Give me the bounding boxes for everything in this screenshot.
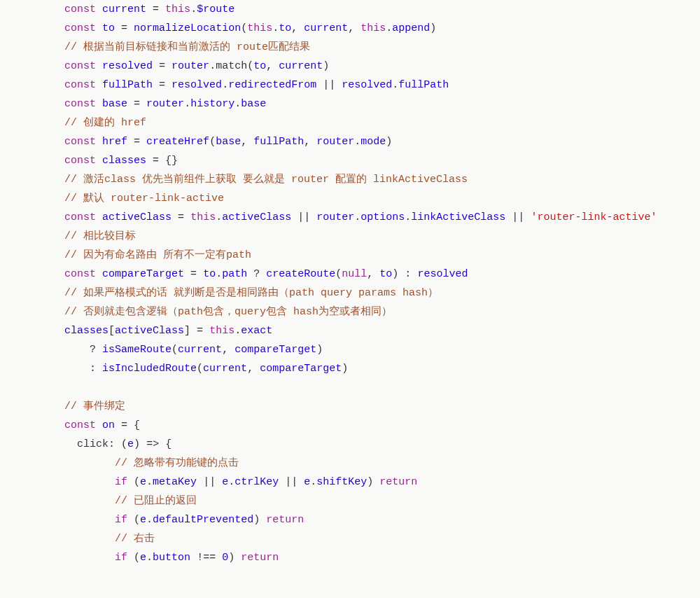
- code-line: const classes = {}: [14, 151, 686, 170]
- code-token: ||: [285, 476, 298, 488]
- code-token: ,: [367, 268, 373, 280]
- code-token: resolved: [342, 79, 392, 91]
- code-token: ,: [304, 136, 310, 148]
- code-token: [247, 136, 253, 148]
- code-line: const resolved = router.match(to, curren…: [14, 57, 686, 76]
- code-line: // 忽略带有功能键的点击: [14, 454, 686, 473]
- code-token: match: [216, 60, 247, 72]
- code-line: const href = createHref(base, fullPath, …: [14, 132, 686, 151]
- code-token: const: [64, 22, 96, 34]
- code-token: (: [121, 438, 127, 450]
- code-line: const base = router.history.base: [14, 95, 686, 113]
- code-token: =: [159, 79, 165, 91]
- code-token: (: [197, 363, 203, 375]
- code-token: to: [279, 22, 291, 34]
- code-line: // 因为有命名路由 所有不一定有path: [14, 246, 686, 265]
- code-token: ): [253, 514, 260, 526]
- code-token: [153, 79, 159, 91]
- code-token: if: [115, 514, 127, 526]
- code-token: =: [197, 325, 203, 337]
- code-token: [234, 552, 241, 564]
- code-token: resolved: [172, 79, 222, 91]
- code-token: // 事件绑定: [64, 401, 125, 412]
- code-token: [115, 419, 121, 431]
- code-token: resolved: [417, 268, 468, 280]
- code-token: [197, 476, 203, 488]
- code-token: (: [209, 136, 216, 148]
- code-token: exact: [241, 325, 272, 337]
- code-token: [159, 438, 165, 450]
- code-token: path: [222, 268, 247, 280]
- code-token: [127, 22, 134, 34]
- code-token: this: [209, 325, 234, 337]
- code-token: current: [304, 22, 348, 34]
- code-token: resolved: [102, 60, 153, 72]
- code-token: router: [316, 136, 354, 148]
- code-token: ,: [241, 136, 247, 148]
- code-line: // 激活class 优先当前组件上获取 要么就是 router 配置的 lin…: [14, 170, 686, 189]
- code-token: click: [77, 438, 108, 450]
- code-token: // 右击: [115, 533, 155, 545]
- code-token: // 如果严格模式的话 就判断是否是相同路由（path query params…: [64, 287, 438, 299]
- code-token: fullPath: [253, 136, 304, 148]
- code-token: createRoute: [266, 268, 335, 280]
- code-token: // 因为有命名路由 所有不一定有path: [64, 249, 251, 261]
- code-token: // 已阻止的返回: [115, 495, 197, 507]
- code-token: [354, 22, 360, 34]
- code-token: to: [102, 22, 115, 34]
- code-token: =: [178, 211, 184, 223]
- code-token: createHref: [146, 136, 209, 148]
- code-token: [: [108, 325, 115, 337]
- code-token: .: [392, 79, 398, 91]
- code-token: activeClass: [115, 325, 184, 337]
- code-line: [14, 378, 686, 397]
- code-line: const fullPath = resolved.redirectedFrom…: [14, 76, 686, 95]
- code-token: [316, 79, 323, 91]
- code-token: [146, 4, 153, 15]
- code-token: e: [127, 438, 134, 450]
- code-token: return: [266, 514, 304, 526]
- code-token: (: [134, 476, 140, 488]
- code-token: [127, 419, 134, 431]
- code-token: ||: [323, 79, 335, 91]
- code-token: [96, 268, 102, 280]
- code-token: [96, 419, 102, 431]
- code-token: [279, 476, 285, 488]
- code-token: // 相比较目标: [64, 230, 136, 242]
- code-token: [373, 476, 379, 488]
- code-token: [96, 136, 102, 148]
- code-token: // 根据当前目标链接和当前激活的 route匹配结果: [64, 41, 310, 53]
- code-token: compareTarget: [234, 344, 316, 356]
- code-token: =>: [146, 438, 159, 450]
- code-line: const activeClass = this.activeClass || …: [14, 208, 686, 227]
- code-token: [96, 98, 102, 110]
- code-token: [96, 363, 102, 375]
- code-token: .: [184, 98, 190, 110]
- code-token: [373, 268, 379, 280]
- code-token: ,: [291, 22, 298, 34]
- code-token: [216, 476, 222, 488]
- code-token: [127, 98, 134, 110]
- code-token: history: [190, 98, 234, 110]
- code-token: [165, 79, 172, 91]
- code-token: .: [354, 211, 360, 223]
- code-token: return: [379, 476, 417, 488]
- code-token: mode: [360, 136, 386, 148]
- code-token: const: [64, 155, 96, 167]
- code-token: ?: [253, 268, 260, 280]
- code-token: options: [360, 211, 405, 223]
- code-token: [298, 476, 304, 488]
- code-token: isSameRoute: [102, 344, 172, 356]
- code-token: .: [386, 22, 392, 34]
- code-token: =: [121, 419, 127, 431]
- code-token: [184, 268, 190, 280]
- code-token: return: [241, 552, 279, 564]
- code-token: current: [203, 363, 247, 375]
- code-token: .: [228, 476, 234, 488]
- code-token: [298, 22, 304, 34]
- code-token: this: [165, 4, 190, 15]
- code-token: const: [64, 79, 96, 91]
- code-token: =: [159, 60, 165, 72]
- code-token: [127, 514, 134, 526]
- code-token: $route: [197, 4, 234, 15]
